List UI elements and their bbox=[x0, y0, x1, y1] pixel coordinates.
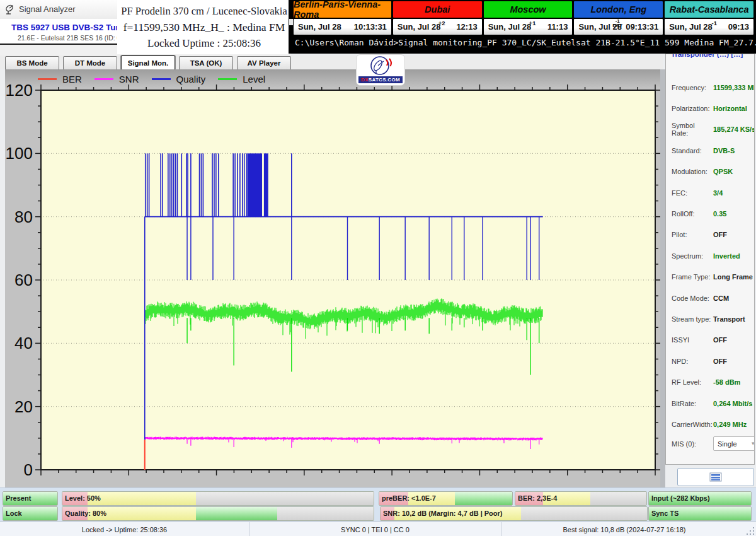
param-row: Stream type:Transport bbox=[672, 308, 751, 329]
status-sync-counters: SYNC 0 | TEI 0 | CC 0 bbox=[249, 522, 501, 536]
param-value: OFF bbox=[713, 358, 751, 365]
param-label: BitRate: bbox=[672, 400, 713, 407]
param-row: Pilot:OFF bbox=[672, 224, 751, 245]
antenna-location-text: PF Prodelin 370 cm / Lucenec-Slovakia bbox=[117, 5, 291, 18]
signal-params-panel: Transponder (…) […] Frequency:11599,333 … bbox=[665, 54, 755, 465]
legend-item-snr: SNR bbox=[94, 74, 139, 84]
tab-signal-mon-[interactable]: Signal Mon. bbox=[121, 55, 175, 70]
param-value: Long Frame bbox=[713, 273, 753, 281]
legend-item-level: Level bbox=[218, 74, 265, 84]
clock-time-row: Sun, Jul 2810:13:31Sun, Jul 28+212:13Sun… bbox=[294, 19, 753, 35]
param-row: RollOff:0.35 bbox=[672, 203, 751, 224]
mode-tab-bar: BS ModeDT ModeSignal Mon.TSA (OK)AV Play… bbox=[0, 55, 663, 69]
bar-label: BER: 2,3E-4 bbox=[518, 492, 557, 505]
signal-monitor-chart: BERSNRQualityLevel 020406080100120 bbox=[5, 69, 660, 487]
locked-uptime-text: Locked Uptime : 25:08:36 bbox=[117, 37, 291, 50]
param-value: Horizontal bbox=[713, 105, 751, 112]
param-row: Polarization:Horizontal bbox=[672, 98, 751, 119]
transponder-clipped-text: Transponder (…) […] bbox=[671, 54, 743, 58]
param-value: 185,274 KS/s bbox=[713, 125, 755, 133]
param-value: DVB-S bbox=[713, 147, 751, 154]
tab-av-player[interactable]: AV Player bbox=[237, 56, 291, 70]
clock-city-0[interactable]: Berlin-Paris-Vienna-Roma bbox=[294, 1, 391, 18]
param-label: Frame Type: bbox=[672, 273, 713, 281]
stream-list-button[interactable] bbox=[677, 468, 754, 486]
param-row: Standard:DVB-S bbox=[672, 140, 751, 161]
legend-item-quality: Quality bbox=[152, 74, 206, 84]
chart-legend: BERSNRQualityLevel bbox=[38, 73, 265, 85]
antenna-overlay-panel: PF Prodelin 370 cm / Lucenec-Slovakia f=… bbox=[117, 0, 291, 54]
legend-label: BER bbox=[62, 74, 82, 84]
svg-text:20: 20 bbox=[14, 397, 33, 416]
param-label: RF Level: bbox=[672, 378, 713, 386]
param-value: 0.35 bbox=[713, 210, 751, 218]
param-value: -58 dBm bbox=[713, 378, 751, 386]
legend-swatch bbox=[38, 78, 57, 80]
param-label: FEC: bbox=[672, 189, 713, 197]
status-uptime: Locked -> Uptime: 25:08:36 bbox=[0, 522, 249, 536]
tab-bs-mode[interactable]: BS Mode bbox=[5, 56, 59, 70]
satellite-dish-icon bbox=[4, 4, 16, 15]
param-value: QPSK bbox=[713, 168, 751, 175]
bar-segment-gray bbox=[196, 492, 374, 505]
param-value: 3/4 bbox=[713, 189, 751, 197]
clock-city-2[interactable]: Moscow bbox=[484, 1, 573, 18]
indicator-bar-input: Input (~282 Kbps) bbox=[648, 491, 752, 506]
legend-swatch bbox=[94, 78, 113, 80]
clock-time-4: Sun, Jul 28-109:13 bbox=[665, 19, 753, 35]
indicator-bar-quality: Quality: 80% bbox=[62, 506, 374, 521]
legend-label: Level bbox=[243, 74, 265, 84]
param-label: Spectrum: bbox=[672, 252, 713, 260]
frequency-text: f=11599,530 MHz_H_ : Medina FM bbox=[117, 21, 291, 34]
param-label: CarrierWidth: bbox=[672, 421, 713, 428]
clock-city-3[interactable]: London, Eng bbox=[574, 1, 663, 18]
indicator-bar-snr: SNR: 10,2 dB (Margin: 4,7 dB | Poor) bbox=[380, 506, 648, 521]
widget-grip[interactable] bbox=[289, 19, 293, 25]
svg-text:120: 120 bbox=[6, 81, 33, 100]
param-value: 11599,333 MHz bbox=[713, 84, 755, 91]
mis-label: MIS (0): bbox=[672, 440, 713, 448]
param-row: CarrierWidth:0,249 MHz bbox=[672, 414, 751, 434]
mis-dropdown[interactable]: Single ▾ bbox=[713, 436, 755, 451]
indicator-bar-level: Level: 50% bbox=[62, 491, 374, 506]
bar-label: SNR: 10,2 dB (Margin: 4,7 dB | Poor) bbox=[383, 507, 503, 520]
signal-params-rows: Frequency:11599,333 MHzPolarization:Hori… bbox=[672, 77, 751, 435]
bar-segment-gray bbox=[521, 507, 647, 520]
bar-segment-green bbox=[455, 492, 512, 505]
param-row: Code Mode:CCM bbox=[672, 288, 751, 308]
param-value: Inverted bbox=[713, 252, 751, 260]
param-label: RollOff: bbox=[672, 210, 713, 218]
param-row: Spectrum:Inverted bbox=[672, 245, 751, 266]
bar-label: Level: 50% bbox=[65, 492, 101, 505]
bar-label: preBER: <1.0E-7 bbox=[382, 492, 436, 505]
svg-text:60: 60 bbox=[14, 271, 33, 289]
param-value: 0,264 Mbit/s bbox=[713, 400, 752, 407]
logo-text: DXSATCS.COM bbox=[358, 76, 403, 83]
svg-text:0: 0 bbox=[24, 460, 33, 479]
indicator-bars-zone: PresentLevel: 50%preBER: <1.0E-7BER: 2,3… bbox=[0, 487, 756, 522]
clock-city-4[interactable]: Rabat-Casablanca bbox=[665, 1, 753, 18]
signal-analyzer-window: Signal Analyzer TBS 5927 USB DVB-S2 Tune… bbox=[0, 0, 756, 536]
mis-row: MIS (0): Single ▾ bbox=[672, 436, 751, 451]
legend-label: SNR bbox=[119, 74, 139, 84]
clock-city-1[interactable]: Dubai bbox=[393, 1, 482, 18]
logo-dish-icon bbox=[357, 55, 403, 76]
bar-label: Input (~282 Kbps) bbox=[651, 492, 710, 505]
tab-tsa-ok-[interactable]: TSA (OK) bbox=[179, 56, 233, 70]
bar-label: Lock bbox=[6, 507, 22, 520]
list-icon bbox=[709, 472, 722, 482]
legend-swatch bbox=[218, 78, 237, 80]
legend-label: Quality bbox=[176, 74, 206, 84]
bar-segment-green bbox=[196, 507, 277, 520]
resize-grip[interactable] bbox=[747, 522, 756, 536]
legend-item-ber: BER bbox=[38, 74, 82, 84]
param-row: BitRate:0,264 Mbit/s bbox=[672, 393, 751, 414]
clock-city-row: Berlin-Paris-Vienna-RomaDubaiMoscowLondo… bbox=[294, 1, 753, 18]
bar-label: Present bbox=[6, 492, 31, 505]
param-row: ISSYIOFF bbox=[672, 330, 751, 351]
tuner-name: TBS 5927 USB DVB-S2 Tuner bbox=[11, 23, 129, 32]
level-series bbox=[145, 298, 542, 339]
tab-dt-mode[interactable]: DT Mode bbox=[63, 56, 117, 70]
param-row: Frame Type:Long Frame bbox=[672, 267, 751, 288]
param-row: Symbol Rate:185,274 KS/s bbox=[672, 119, 751, 140]
